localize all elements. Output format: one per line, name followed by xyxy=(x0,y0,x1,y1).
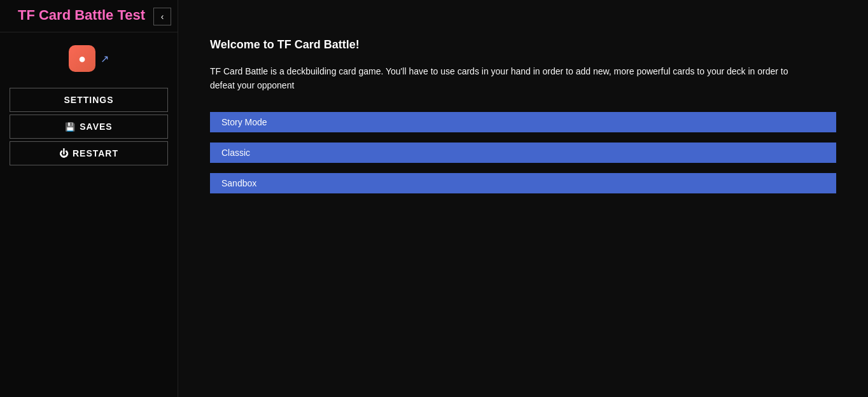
welcome-description: TF Card Battle is a deckbuilding card ga… xyxy=(210,64,815,93)
collapse-button[interactable]: ‹ xyxy=(153,8,171,25)
patreon-logo: ● xyxy=(78,52,86,66)
settings-button[interactable]: SETTINGS xyxy=(10,88,168,112)
sidebar-title: TF Card Battle Test xyxy=(10,6,153,25)
chevron-left-icon: ‹ xyxy=(161,11,164,22)
sidebar-icons-area: ● ↗ xyxy=(69,32,109,88)
story-mode-label: Story Mode xyxy=(221,117,267,127)
patreon-icon[interactable]: ● xyxy=(69,45,95,72)
saves-label: SAVES xyxy=(80,122,112,132)
story-mode-button[interactable]: Story Mode xyxy=(210,112,836,132)
settings-label: SETTINGS xyxy=(64,95,113,105)
sidebar: TF Card Battle Test ‹ ● ↗ SETTINGS SAVES… xyxy=(0,0,178,397)
sandbox-mode-label: Sandbox xyxy=(221,178,256,188)
classic-mode-label: Classic xyxy=(221,148,250,158)
restart-label: RESTART xyxy=(73,148,118,158)
sandbox-mode-button[interactable]: Sandbox xyxy=(210,173,836,193)
sidebar-header: TF Card Battle Test ‹ xyxy=(0,0,178,32)
power-icon xyxy=(59,148,69,158)
saves-button[interactable]: SAVES xyxy=(10,115,168,139)
main-content: Welcome to TF Card Battle! TF Card Battl… xyxy=(178,0,868,397)
restart-button[interactable]: RESTART xyxy=(10,141,168,165)
classic-mode-button[interactable]: Classic xyxy=(210,143,836,163)
sidebar-buttons: SETTINGS SAVES RESTART xyxy=(0,88,178,165)
floppy-icon xyxy=(65,122,76,132)
external-link-icon[interactable]: ↗ xyxy=(101,53,109,65)
welcome-title: Welcome to TF Card Battle! xyxy=(210,38,836,52)
